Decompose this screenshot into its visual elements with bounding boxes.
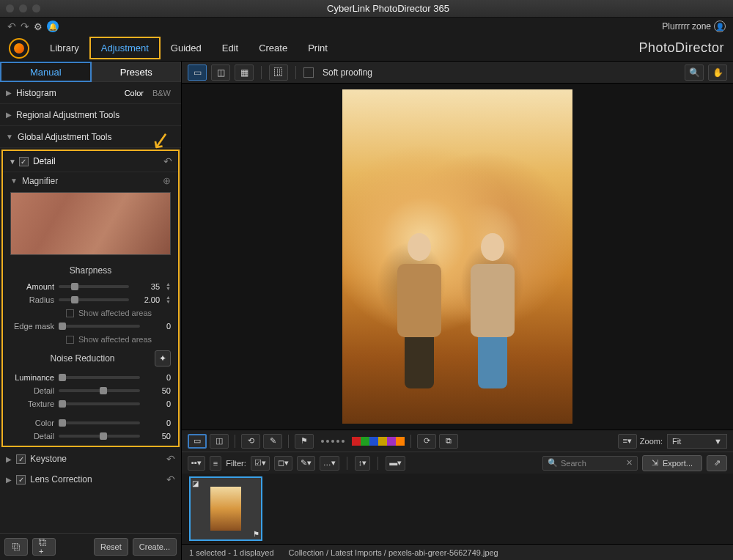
window-traffic-lights[interactable] [6,4,40,12]
noise-reduction-title: Noise Reduction [10,353,155,364]
detail-enable-checkbox[interactable]: ✓ [19,157,29,166]
thumb-adjusted-icon: ◪ [192,479,199,487]
search-icon: 🔍 [548,458,558,468]
section-lens-correction[interactable]: ▶ ✓ Lens Correction ↶ [0,469,181,490]
user-account[interactable]: Plurrrrr zone 👤 [662,21,726,32]
color-swatch[interactable] [361,437,369,446]
magnifier-target-icon[interactable]: ⊕ [163,175,171,186]
secondary-display-icon[interactable]: ⧉ [439,434,458,449]
brand-wordmark: PhotoDirector [638,40,724,56]
section-detail[interactable]: ▼ ✓ Detail ↶ [3,151,178,172]
eyedropper-icon[interactable]: ✎ [263,434,282,449]
soft-proofing-label: Soft proofing [323,67,372,78]
view-compare-button[interactable]: ◫ [211,65,230,81]
caret-right-icon: ▶ [6,455,12,463]
tab-print[interactable]: Print [298,38,338,58]
rating-dots[interactable] [321,440,345,443]
filter-label: Filter: [226,459,246,468]
app-logo [9,38,29,59]
image-canvas[interactable] [182,84,733,430]
color-swatch[interactable] [396,437,405,446]
tab-edit[interactable]: Edit [212,38,248,58]
view-grid-button[interactable]: ▦ [235,65,254,81]
reset-button[interactable]: Reset [94,538,128,556]
tab-create[interactable]: Create [248,38,298,58]
color-swatch[interactable] [378,437,387,446]
pan-hand-button[interactable]: ✋ [708,65,727,81]
color-labels[interactable] [352,437,405,446]
filter-tag-dropdown[interactable]: ✎▾ [297,456,315,471]
view-single-button[interactable]: ▭ [188,65,207,81]
rotate-ccw-icon[interactable]: ⟲ [241,434,260,449]
filter-check-dropdown[interactable]: ☑▾ [251,456,270,471]
histogram-bw-button[interactable]: B&W [148,87,175,99]
user-avatar-icon: 👤 [714,21,726,32]
color-swatch[interactable] [387,437,396,446]
flag-icon[interactable]: ⚑ [295,434,314,449]
refresh-icon[interactable]: ⟳ [417,434,436,449]
view-split-button[interactable]: ⿲ [269,65,288,81]
slider-luminance[interactable]: Luminance 0 [3,371,178,384]
slider-edge-mask[interactable]: Edge mask 0 [3,320,178,333]
tab-adjustment[interactable]: Adjustment [89,37,161,59]
section-regional-tools[interactable]: ▶ Regional Adjustment Tools [0,104,181,126]
slider-color-detail[interactable]: Detail 50 [3,430,178,443]
notifications-icon[interactable]: 🔔 [47,21,59,32]
caret-down-icon: ▼ [10,177,18,185]
thumbnail-selected[interactable]: ◪ ⚑ [189,476,262,541]
stack-dropdown[interactable]: ▬▾ [386,456,405,471]
section-histogram[interactable]: ▶ Histogram Color B&W [0,82,181,104]
search-input[interactable]: 🔍 Search ✕ [542,456,638,471]
copy-adjustments-button[interactable]: ⿻ [4,538,28,556]
caret-right-icon: ▶ [6,476,12,484]
filmstrip[interactable]: ◪ ⚑ [182,474,733,544]
filter-more-dropdown[interactable]: …▾ [320,456,339,471]
checkbox-show-affected-1[interactable]: Show affected areas [3,306,178,320]
tab-library[interactable]: Library [40,38,89,58]
create-preset-button[interactable]: Create... [133,538,177,556]
share-button[interactable]: ⇗ [707,455,727,471]
color-swatch[interactable] [352,437,361,446]
magnifier-preview[interactable] [10,192,171,255]
layout-single-icon[interactable]: ▭ [188,434,207,449]
histogram-color-button[interactable]: Color [120,87,148,99]
thumb-size-toggle[interactable]: ▪▪▾ [188,456,205,471]
tab-guided[interactable]: Guided [161,38,212,58]
section-keystone[interactable]: ▶ ✓ Keystone ↶ [0,449,181,469]
settings-icon[interactable]: ⚙ [34,21,43,32]
section-magnifier[interactable]: ▼ Magnifier ⊕ [3,172,178,189]
slider-color-noise[interactable]: Color 0 [3,416,178,430]
paste-adjustments-button[interactable]: ⿻+ [32,538,56,556]
zoom-label: Zoom: [640,437,663,446]
slider-luminance-detail[interactable]: Detail 50 [3,384,178,397]
caret-right-icon: ▶ [6,111,12,119]
subtab-presets[interactable]: Presets [92,62,182,82]
color-swatch[interactable] [369,437,378,446]
sharpness-title: Sharpness [3,261,178,280]
auto-denoise-button[interactable]: ✦ [155,350,171,366]
undo-icon[interactable]: ↶ [7,21,16,32]
redo-icon[interactable]: ↷ [21,21,29,32]
slider-sharpness-radius[interactable]: Radius 2.00 ▲▼ [3,293,178,306]
reset-section-icon[interactable]: ↶ [166,474,175,485]
chevron-down-icon: ▼ [714,437,722,446]
sort-direction-dropdown[interactable]: ↕▾ [355,456,371,471]
reset-section-icon[interactable]: ↶ [166,453,175,465]
reset-section-icon[interactable]: ↶ [163,155,172,167]
zoom-search-button[interactable]: 🔍 [685,65,704,81]
zoom-dropdown[interactable]: Fit▼ [667,434,727,449]
layout-dual-icon[interactable]: ◫ [210,434,229,449]
soft-proofing-checkbox[interactable] [303,67,314,78]
slider-texture[interactable]: Texture 0 [3,397,178,410]
checkbox-show-affected-2[interactable]: Show affected areas [3,333,178,346]
export-icon: ⇲ [652,458,658,468]
list-view-icon[interactable]: ≡ [210,456,221,471]
sort-menu-icon[interactable]: ≡▾ [618,434,637,449]
filter-label-dropdown[interactable]: ◻▾ [274,456,292,471]
subtab-manual[interactable]: Manual [0,62,92,82]
slider-sharpness-amount[interactable]: Amount 35 ▲▼ [3,280,178,293]
clear-search-icon[interactable]: ✕ [626,458,633,468]
status-path: Collection / Latest Imports / pexels-abi… [289,548,498,557]
thumb-flag-icon: ⚑ [253,530,259,538]
export-button[interactable]: ⇲ Export... [642,455,702,471]
